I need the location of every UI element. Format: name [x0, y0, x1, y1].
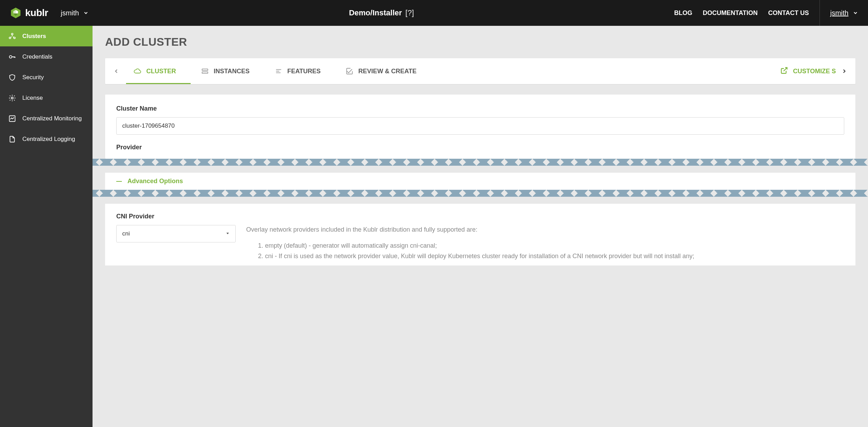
tab-scroll-left-button[interactable] — [111, 58, 121, 84]
cloud-icon — [134, 67, 141, 75]
svg-point-7 — [9, 55, 12, 58]
tab-instances[interactable]: INSTANCES — [189, 58, 262, 84]
cni-description-intro: Overlay network providers included in th… — [246, 225, 844, 235]
topbar: kublr jsmith Demo/Installer [?] BLOG DOC… — [0, 0, 868, 26]
sidebar-item-label: Security — [22, 74, 44, 81]
context-user-label: jsmith — [61, 9, 79, 17]
tab-review[interactable]: REVIEW & CREATE — [333, 58, 429, 84]
svg-point-6 — [14, 37, 15, 39]
chevron-down-icon — [853, 10, 858, 16]
cluster-name-input[interactable] — [116, 117, 844, 135]
tab-features[interactable]: FEATURES — [262, 58, 333, 84]
content-truncation-indicator — [93, 190, 868, 204]
customize-label: CUSTOMIZE S — [793, 68, 836, 75]
nav-contact[interactable]: CONTACT US — [768, 9, 809, 17]
list-icon — [275, 67, 282, 75]
cni-option-item: cni - If cni is used as the network prov… — [265, 252, 844, 261]
sidebar-item-security[interactable]: Security — [0, 67, 93, 88]
file-icon — [8, 135, 16, 143]
customize-spec-button[interactable]: CUSTOMIZE S — [771, 67, 839, 76]
nav-documentation[interactable]: DOCUMENTATION — [703, 9, 758, 17]
svg-rect-11 — [202, 72, 208, 74]
gear-icon — [8, 94, 16, 102]
brand-name: kublr — [25, 7, 48, 18]
tab-label: FEATURES — [287, 68, 321, 75]
checkbox-icon — [346, 67, 353, 75]
server-icon — [201, 67, 209, 75]
chevron-down-icon — [83, 10, 89, 16]
svg-point-5 — [9, 37, 11, 39]
key-icon — [8, 53, 16, 61]
brand-logo[interactable]: kublr — [10, 7, 48, 19]
logo-hexagon-icon — [10, 7, 22, 19]
tab-scroll-right-button[interactable] — [839, 58, 849, 84]
context-switcher[interactable]: jsmith — [61, 9, 89, 17]
svg-rect-10 — [202, 69, 208, 71]
cni-provider-select[interactable]: cni — [116, 225, 236, 242]
main-content: ADD CLUSTER CLUSTER INSTANCES — [93, 26, 868, 427]
svg-marker-16 — [227, 233, 229, 234]
tab-cluster[interactable]: CLUSTER — [121, 58, 189, 84]
advanced-options-toggle[interactable]: Advanced Options — [105, 173, 855, 190]
sidebar-item-logging[interactable]: Centralized Logging — [0, 129, 93, 149]
external-icon — [780, 67, 788, 76]
wizard-tabs: CLUSTER INSTANCES FEATURES — [105, 58, 855, 84]
sidebar-item-credentials[interactable]: Credentials — [0, 46, 93, 67]
cni-provider-section: CNI Provider cni Overlay network provide… — [105, 204, 855, 265]
tab-label: CLUSTER — [146, 68, 176, 75]
page-title: ADD CLUSTER — [105, 36, 855, 48]
sidebar-item-monitoring[interactable]: Centralized Monitoring — [0, 108, 93, 129]
monitoring-icon — [8, 115, 16, 122]
user-menu[interactable]: jsmith — [819, 0, 858, 26]
provider-label: Provider — [116, 144, 844, 151]
minus-icon — [116, 181, 122, 182]
sidebar: Clusters Credentials Security License Ce… — [0, 26, 93, 427]
breadcrumb: Demo/Installer [?] — [89, 8, 674, 17]
svg-point-8 — [11, 97, 13, 99]
sidebar-item-label: Centralized Logging — [22, 136, 75, 143]
sidebar-item-license[interactable]: License — [0, 88, 93, 108]
help-link[interactable]: [?] — [405, 8, 414, 17]
cni-provider-label: CNI Provider — [116, 213, 844, 220]
top-navigation: BLOG DOCUMENTATION CONTACT US — [674, 9, 809, 17]
sidebar-item-label: Clusters — [22, 33, 46, 40]
svg-line-15 — [784, 67, 787, 71]
nav-blog[interactable]: BLOG — [674, 9, 692, 17]
advanced-options-label: Advanced Options — [127, 178, 183, 185]
sidebar-item-label: Centralized Monitoring — [22, 115, 82, 122]
tab-label: INSTANCES — [214, 68, 250, 75]
cluster-name-label: Cluster Name — [116, 105, 844, 112]
sidebar-item-label: Credentials — [22, 53, 52, 60]
cni-description: Overlay network providers included in th… — [246, 225, 844, 262]
sidebar-item-label: License — [22, 95, 43, 102]
cni-provider-value: cni — [122, 230, 130, 237]
svg-point-4 — [12, 33, 13, 35]
cluster-form: Cluster Name Provider — [105, 95, 855, 159]
caret-down-icon — [226, 230, 230, 237]
content-truncation-indicator — [93, 159, 868, 173]
shield-icon — [8, 74, 16, 81]
user-menu-name: jsmith — [830, 9, 848, 17]
sidebar-item-clusters[interactable]: Clusters — [0, 26, 93, 46]
tab-label: REVIEW & CREATE — [358, 68, 417, 75]
clusters-icon — [8, 32, 16, 40]
breadcrumb-text: Demo/Installer — [349, 8, 402, 17]
cni-option-item: empty (default) - generator will automat… — [265, 241, 844, 251]
